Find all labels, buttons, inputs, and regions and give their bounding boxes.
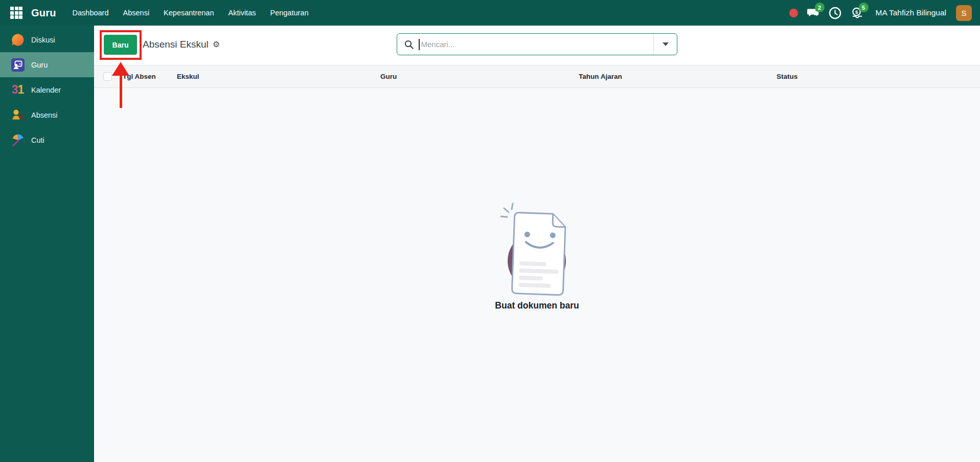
menu-dashboard[interactable]: Dashboard	[73, 9, 109, 17]
timeoff-umbrella-icon	[11, 133, 25, 147]
control-panel: Baru Absensi Ekskul ⚙	[94, 26, 980, 65]
sidebar-item-kalender[interactable]: 31 Kalender	[0, 77, 94, 102]
new-button[interactable]: Baru	[104, 35, 137, 55]
discuss-bubble-icon	[11, 33, 25, 47]
clock-icon	[829, 7, 841, 19]
column-header-guru[interactable]: Guru	[380, 65, 397, 87]
sidebar: Diskusi Guru 31 Kalender Absensi	[0, 26, 94, 462]
sidebar-item-label: Diskusi	[31, 36, 55, 44]
sidebar-item-label: Kalender	[31, 86, 61, 94]
messages-badge: 2	[815, 3, 825, 12]
search-bar	[397, 33, 677, 55]
svg-text:$: $	[855, 9, 858, 14]
expenses-badge: 5	[859, 3, 869, 12]
column-header-status[interactable]: Status	[777, 65, 797, 87]
apps-grid-icon[interactable]	[10, 7, 22, 19]
activities-clock-button[interactable]	[829, 6, 842, 19]
navbar-right: 2 $ 5 MA Tahfizh Bilingual S	[789, 5, 980, 21]
menu-pengaturan[interactable]: Pengaturan	[270, 9, 308, 17]
sidebar-item-label: Guru	[31, 61, 48, 69]
column-header-tahun-ajaran[interactable]: Tahun Ajaran	[579, 65, 622, 87]
sidebar-item-cuti[interactable]: Cuti	[0, 127, 94, 152]
guru-board-icon	[11, 58, 25, 72]
sidebar-item-guru[interactable]: Guru	[0, 52, 94, 77]
sidebar-item-label: Absensi	[31, 111, 58, 119]
menu-kepesantrenan[interactable]: Kepesantrenan	[164, 9, 214, 17]
empty-state-message: Buat dokumen baru	[94, 300, 980, 311]
messages-button[interactable]: 2	[807, 6, 820, 19]
navbar-menu: Dashboard Absensi Kepesantrenan Aktivita…	[73, 9, 309, 17]
select-all-checkbox[interactable]	[103, 72, 112, 81]
sidebar-item-label: Cuti	[31, 136, 44, 144]
expenses-button[interactable]: $ 5	[851, 6, 864, 19]
menu-absensi[interactable]: Absensi	[123, 9, 150, 17]
search-dropdown-toggle[interactable]	[654, 34, 677, 55]
calendar-31-icon: 31	[11, 83, 25, 97]
attendance-person-icon	[11, 108, 25, 122]
text-caret	[419, 39, 420, 50]
search-input[interactable]	[421, 34, 654, 55]
company-name[interactable]: MA Tahfizh Bilingual	[876, 8, 946, 17]
column-header-ekskul[interactable]: Ekskul	[177, 65, 199, 87]
menu-aktivitas[interactable]: Aktivitas	[228, 9, 256, 17]
chevron-down-icon	[663, 42, 669, 46]
gear-icon[interactable]: ⚙	[213, 40, 220, 49]
main-content: Baru Absensi Ekskul ⚙ Tgl Absen Ekskul G…	[94, 26, 980, 462]
page-title: Absensi Ekskul	[143, 39, 209, 50]
recording-dot-icon	[789, 9, 798, 17]
column-header-tgl-absen[interactable]: Tgl Absen	[123, 65, 156, 87]
search-icon	[404, 40, 414, 49]
user-avatar[interactable]: S	[956, 5, 972, 21]
top-navbar: Guru Dashboard Absensi Kepesantrenan Akt…	[0, 0, 980, 26]
breadcrumb: Absensi Ekskul ⚙	[143, 39, 220, 50]
sidebar-item-absensi[interactable]: Absensi	[0, 102, 94, 127]
list-header-row: Tgl Absen Ekskul Guru Tahun Ajaran Statu…	[94, 65, 980, 88]
sparkle-icon	[501, 204, 513, 217]
sidebar-item-diskusi[interactable]: Diskusi	[0, 27, 94, 52]
app-brand[interactable]: Guru	[31, 7, 56, 19]
